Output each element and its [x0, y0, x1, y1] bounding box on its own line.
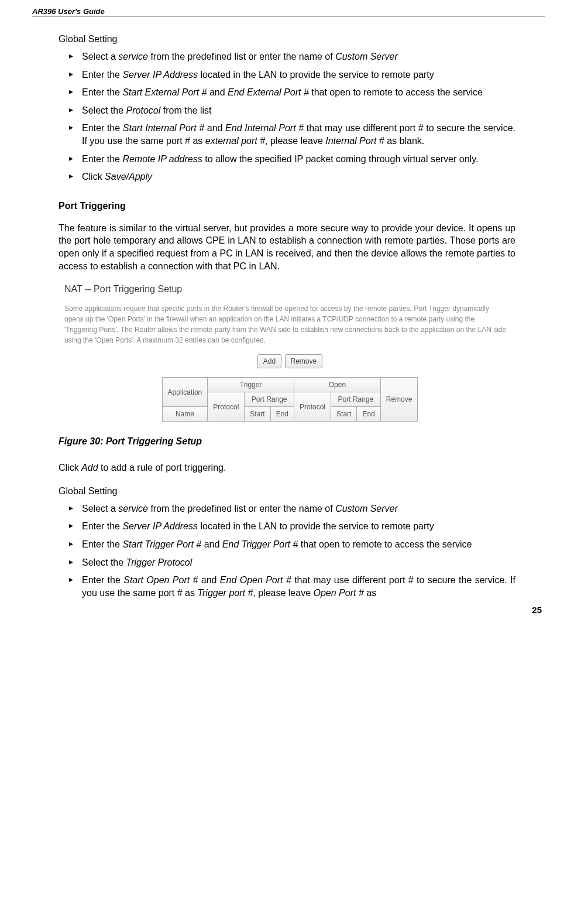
list-item: Enter the Start Internal Port # and End …: [69, 122, 515, 147]
screenshot-title: NAT -- Port Triggering Setup: [64, 284, 515, 295]
list-item: Select the Protocol from the list: [69, 104, 515, 117]
global-setting-label-1: Global Setting: [59, 34, 515, 45]
th-end-trigger: End: [270, 407, 294, 422]
th-open: Open: [294, 378, 381, 392]
bullet-list-1: Select a service from the predefined lis…: [59, 50, 515, 183]
th-protocol-open: Protocol: [294, 392, 331, 422]
screenshot-description: Some applications require that specific …: [64, 303, 509, 345]
th-trigger: Trigger: [208, 378, 294, 392]
th-end-open: End: [357, 407, 380, 422]
list-item: Enter the Server IP Address located in t…: [69, 520, 515, 533]
th-portrange-trigger: Port Range: [245, 392, 294, 407]
list-item: Click Save/Apply: [69, 170, 515, 183]
list-item: Select the Trigger Protocol: [69, 556, 515, 569]
list-item: Enter the Start Trigger Port # and End T…: [69, 538, 515, 551]
th-name: Name: [162, 407, 208, 422]
remove-button[interactable]: Remove: [285, 354, 323, 368]
header-guide-title: AR396 User's Guide: [32, 7, 105, 16]
click-add-instruction: Click Add to add a rule of port triggeri…: [59, 461, 515, 474]
th-start-trigger: Start: [245, 407, 270, 422]
list-item: Enter the Start External Port # and End …: [69, 86, 515, 99]
list-item: Select a service from the predefined lis…: [69, 50, 515, 63]
th-application: Application: [162, 378, 208, 407]
th-protocol-trigger: Protocol: [208, 392, 245, 422]
port-triggering-table: Application Trigger Open Remove Protocol…: [162, 377, 418, 422]
th-portrange-open: Port Range: [331, 392, 381, 407]
list-item: Enter the Remote IP address to allow the…: [69, 153, 515, 166]
add-button[interactable]: Add: [257, 354, 281, 368]
list-item: Enter the Start Open Port # and End Open…: [69, 574, 515, 599]
page-number: 25: [32, 605, 545, 615]
bullet-list-2: Select a service from the predefined lis…: [59, 502, 515, 600]
screenshot-mockup: NAT -- Port Triggering Setup Some applic…: [64, 284, 515, 422]
global-setting-label-2: Global Setting: [59, 486, 515, 497]
th-remove: Remove: [380, 378, 418, 422]
list-item: Select a service from the predefined lis…: [69, 502, 515, 515]
figure-caption: Figure 30: Port Triggering Setup: [59, 436, 515, 447]
th-start-open: Start: [331, 407, 357, 422]
list-item: Enter the Server IP Address located in t…: [69, 69, 515, 81]
port-triggering-description: The feature is similar to the virtual se…: [59, 222, 515, 272]
port-triggering-heading: Port Triggering: [59, 201, 515, 211]
